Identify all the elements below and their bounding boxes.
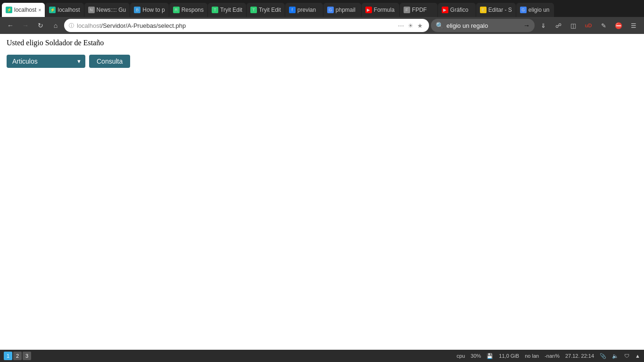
browser-tab-tab2[interactable]: ⚡localhost (45, 3, 83, 17)
tab-favicon: ▶ (365, 7, 372, 13)
tab-favicon: f (289, 7, 296, 13)
cpu-label: cpu (457, 353, 465, 359)
browser-window: ⚡localhost×⚡localhostNNews:::: GuBHow to… (0, 0, 644, 362)
browser-tab-tab9[interactable]: Gphpmail (323, 3, 361, 17)
tab-favicon: G (520, 7, 527, 13)
workspace-btn-2[interactable]: 2 (13, 352, 22, 360)
tab-label: eligio un (528, 7, 550, 13)
more-button[interactable]: ⋯ (396, 21, 405, 30)
tab-favicon: ⚡ (6, 7, 12, 13)
tab-label: News:::: Gu (97, 7, 126, 13)
page-content: Usted eligio Soldador de Estaño Articulo… (0, 34, 644, 350)
reload-button[interactable]: ↻ (34, 19, 47, 32)
tab-favicon: E (480, 7, 487, 13)
address-bar-actions: ⋯ ☀ ★ (396, 21, 424, 30)
tab-favicon: B (134, 7, 140, 13)
download-button[interactable]: ⇓ (537, 19, 550, 32)
tab-label: Formula (374, 7, 396, 13)
page-title: Usted eligio Soldador de Estaño (7, 39, 637, 47)
shield-icon: 🛡 (624, 353, 629, 359)
workspace-switcher: 123 (4, 352, 31, 360)
articulos-select[interactable]: Articulos Soldador de EstañoPinzasMultím… (7, 55, 85, 68)
tab-label: Tryit Edit (220, 7, 242, 13)
status-bar: 123 cpu 30% 💾 11,0 GiB no lan -nan% 27.1… (0, 350, 644, 362)
consulta-button[interactable]: Consulta (89, 55, 130, 68)
workspace-btn-3[interactable]: 3 (23, 352, 31, 360)
browser-tab-tab13[interactable]: EEditar - S (476, 3, 516, 17)
toolbar-right: ⇓ ☍ ◫ uD ✎ ⛔ ☰ (537, 19, 640, 32)
datetime: 27.12. 22:14 (565, 353, 594, 359)
tab-label: Gráfico (450, 7, 472, 13)
info-icon: ⓘ (69, 22, 74, 29)
ublock-button[interactable]: uD (582, 19, 595, 32)
toolbar: ← → ↻ ⌂ ⓘ localhost/Servidor/A-Pruebas/s… (0, 17, 644, 34)
edit-button[interactable]: ✎ (597, 19, 610, 32)
reader-button[interactable]: ☀ (406, 21, 415, 30)
address-text: localhost/Servidor/A-Pruebas/select.php (77, 22, 394, 29)
tab-favicon: F (404, 7, 410, 13)
tab-label: localhost (14, 7, 36, 13)
address-bar[interactable]: ⓘ localhost/Servidor/A-Pruebas/select.ph… (64, 19, 429, 32)
tab-label: Respons (182, 7, 204, 13)
search-input[interactable] (446, 22, 520, 29)
attach-icon: 📎 (600, 353, 606, 359)
back-button[interactable]: ← (4, 19, 17, 32)
workspace-btn-1[interactable]: 1 (4, 352, 12, 360)
close-tab-button[interactable]: ⛔ (612, 19, 625, 32)
tab-favicon: ⚡ (49, 7, 56, 13)
browser-tab-tab6[interactable]: TTryit Edit (208, 3, 246, 17)
browser-tab-tab8[interactable]: fprevian (285, 3, 323, 17)
select-wrapper: Articulos Soldador de EstañoPinzasMultím… (7, 55, 85, 68)
browser-tab-tab11[interactable]: FFPDF (400, 3, 438, 17)
audio-icon: 🔈 (612, 353, 619, 359)
cpu-value: 30% (471, 353, 481, 359)
tab-label: phpmail (336, 7, 357, 13)
menu-button[interactable]: ☰ (627, 19, 640, 32)
tab-favicon: ▶ (442, 7, 448, 13)
browser-tab-tab1[interactable]: ⚡localhost× (2, 3, 45, 17)
bookmark-button[interactable]: ★ (416, 21, 424, 30)
tab-label: Editar - S (488, 7, 512, 13)
tab-favicon: T (250, 7, 257, 13)
network-value: no lan (525, 353, 539, 359)
ram-icon: 💾 (487, 353, 493, 359)
search-icon: 🔍 (436, 22, 444, 29)
battery-icon: ▲ (635, 353, 640, 359)
browser-tab-tab12[interactable]: ▶Gráfico (438, 3, 476, 17)
tab-label: previan (297, 7, 319, 13)
nan-value: -nan% (545, 353, 560, 359)
browser-tab-tab10[interactable]: ▶Formula (362, 3, 399, 17)
bookmarks-button[interactable]: ☍ (552, 19, 565, 32)
sync-button[interactable]: ◫ (567, 19, 580, 32)
home-button[interactable]: ⌂ (49, 19, 62, 32)
form-row: Articulos Soldador de EstañoPinzasMultím… (7, 55, 637, 68)
browser-tab-tab14[interactable]: Geligio un (516, 3, 554, 17)
tab-favicon: N (88, 7, 95, 13)
tab-label: How to p (142, 7, 165, 13)
forward-button[interactable]: → (19, 19, 32, 32)
search-arrow-icon: → (523, 22, 530, 29)
tab-close-button[interactable]: × (38, 8, 41, 13)
tab-favicon: T (212, 7, 218, 13)
ram-value: 11,0 GiB (499, 353, 519, 359)
browser-tab-tab7[interactable]: TTryit Edit (247, 3, 285, 17)
browser-tab-tab3[interactable]: NNews:::: Gu (84, 3, 130, 17)
tab-label: Tryit Edit (259, 7, 281, 13)
browser-tab-tab4[interactable]: BHow to p (130, 3, 168, 17)
tab-label: localhost (58, 7, 80, 13)
tab-favicon: R (173, 7, 180, 13)
tab-bar: ⚡localhost×⚡localhostNNews:::: GuBHow to… (0, 0, 644, 17)
search-bar[interactable]: 🔍 → (431, 19, 535, 32)
tab-favicon: G (327, 7, 334, 13)
tab-label: FPDF (412, 7, 434, 13)
browser-tab-tab5[interactable]: RRespons (169, 3, 207, 17)
